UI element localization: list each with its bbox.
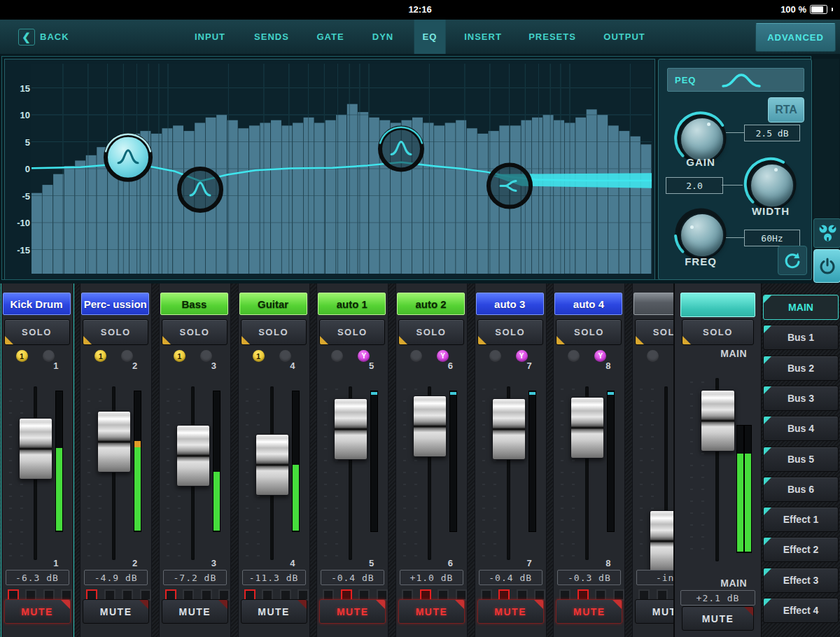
fader-cap[interactable]: [570, 397, 604, 458]
reset-icon: [783, 251, 802, 270]
tab-bus-5[interactable]: Bus 5: [763, 447, 839, 472]
mute-button[interactable]: MUTE: [162, 599, 228, 624]
status-bar: 12:16 100 %: [0, 0, 840, 20]
nav-tab-gate[interactable]: GATE: [308, 20, 352, 54]
mute-button[interactable]: MUTE: [477, 599, 544, 624]
channel-number: 1: [53, 360, 58, 371]
fader-cap[interactable]: [650, 510, 673, 572]
nav-tab-sends[interactable]: SENDS: [246, 20, 298, 54]
tab-effect-1[interactable]: Effect 1: [763, 507, 839, 532]
fader-cap[interactable]: [97, 411, 131, 472]
tab-effect-4[interactable]: Effect 4: [763, 598, 839, 623]
main-mute-button[interactable]: MUTE: [682, 606, 754, 631]
tab-main[interactable]: MAIN: [763, 295, 839, 320]
nav-tab-eq[interactable]: EQ: [414, 20, 446, 54]
solo-button[interactable]: SOLO: [319, 319, 385, 345]
meter-green: [134, 447, 141, 531]
spectrum-bar: [260, 123, 270, 274]
channel-name-label[interactable]: auto 1: [318, 293, 386, 315]
channel-name-label[interactable]: auto 3: [476, 293, 544, 315]
main-fader-cap[interactable]: [701, 390, 735, 451]
back-button[interactable]: ❮ BACK: [18, 20, 69, 54]
solo-button[interactable]: SOLO: [162, 319, 227, 345]
status-dot: [43, 350, 55, 362]
channel-number-bottom: 1: [53, 558, 58, 568]
input-badge: 1: [16, 350, 28, 362]
channel-name-label[interactable]: Perc- ussion: [81, 293, 149, 315]
channel-name-label[interactable]: Kick Drum: [3, 293, 71, 315]
spectrum-bar: [53, 174, 64, 274]
eq-band-handle-2[interactable]: [179, 169, 221, 211]
nav-tab-dyn[interactable]: DYN: [364, 20, 402, 54]
channel-number-bottom: 4: [290, 558, 295, 568]
nav-tab-insert[interactable]: INSERT: [456, 20, 510, 54]
channel-strip-5: auto 1SOLOY55-0.4 dBMUTE: [316, 284, 388, 637]
tab-effect-3[interactable]: Effect 3: [763, 568, 839, 593]
spectrum-bar: [608, 125, 619, 274]
nav-tab-input[interactable]: INPUT: [186, 20, 234, 54]
input-badge: 1: [94, 350, 106, 362]
channel-name-label[interactable]: Guitar: [239, 293, 307, 315]
filter-type-select[interactable]: PEQ: [667, 68, 804, 92]
reset-button[interactable]: [778, 246, 807, 275]
solo-button[interactable]: SOLO: [477, 319, 543, 345]
eq-band-panel: PEQ RTA 2.5 dB GAIN 2.0: [658, 59, 812, 280]
main-solo-button[interactable]: SOLO: [682, 319, 754, 345]
rta-button[interactable]: RTA: [768, 97, 804, 122]
mute-button[interactable]: MUTE: [319, 599, 386, 624]
fader-cap[interactable]: [492, 398, 526, 460]
main-name-label[interactable]: [680, 293, 755, 317]
eq-band-handle-4[interactable]: [489, 165, 531, 207]
mute-button[interactable]: MUTE: [241, 599, 307, 624]
spectrum-bar: [424, 123, 434, 274]
fader-cap[interactable]: [413, 396, 447, 457]
y-axis-label: 0: [8, 164, 30, 174]
solo-button[interactable]: SOLO: [398, 319, 464, 345]
solo-button[interactable]: SOLO: [556, 319, 622, 345]
fader-cap[interactable]: [334, 398, 368, 460]
level-meter: [370, 391, 378, 532]
advanced-button[interactable]: ADVANCED: [755, 23, 836, 52]
fader-cap[interactable]: [176, 425, 210, 486]
spectrum-bar: [347, 104, 358, 274]
solo-button[interactable]: SOLO: [4, 319, 70, 345]
spectrum-bar: [64, 166, 75, 274]
channel-name-label[interactable]: auto 2: [397, 293, 465, 315]
tab-effect-2[interactable]: Effect 2: [763, 537, 839, 562]
channel-number-bottom: 6: [448, 558, 453, 568]
eq-band-handle-1[interactable]: [106, 134, 150, 180]
tab-bus-2[interactable]: Bus 2: [763, 356, 839, 381]
tab-bus-4[interactable]: Bus 4: [763, 416, 839, 441]
gain-readout: -0.4 dB: [321, 570, 384, 585]
power-icon: [818, 257, 836, 275]
channel-name-label[interactable]: auto 4: [554, 293, 622, 315]
solo-button[interactable]: SOLO: [241, 319, 307, 345]
fader-cap[interactable]: [255, 434, 289, 496]
eq-power-button[interactable]: [813, 249, 840, 283]
clock: 12:16: [408, 4, 431, 15]
solo-button[interactable]: SOLO: [83, 319, 148, 345]
channel-name-label[interactable]: [634, 293, 673, 315]
channel-name-label[interactable]: Bass: [160, 293, 228, 315]
gain-value: 2.5 dB: [744, 125, 800, 141]
fader-cap[interactable]: [19, 418, 52, 479]
mute-button[interactable]: MUTE: [556, 599, 622, 624]
status-dot: [647, 350, 659, 362]
solo-button[interactable]: SOLO: [635, 319, 673, 345]
tab-bus-3[interactable]: Bus 3: [763, 386, 839, 411]
band-knobs-icon[interactable]: [813, 218, 840, 248]
channel-number-bottom: 3: [211, 558, 216, 568]
tab-bus-6[interactable]: Bus 6: [763, 477, 839, 502]
eq-plot[interactable]: [31, 64, 652, 274]
spectrum-bar: [249, 125, 260, 274]
tab-bus-1[interactable]: Bus 1: [763, 325, 839, 350]
mute-button[interactable]: MUTE: [83, 599, 149, 624]
mute-button[interactable]: MUTE: [398, 599, 465, 624]
nav-tab-output[interactable]: OUTPUT: [595, 20, 653, 54]
mute-button[interactable]: MUTE: [4, 599, 71, 624]
mute-button[interactable]: MUTE: [635, 599, 673, 624]
nav-tab-presets[interactable]: PRESETS: [520, 20, 584, 54]
spectrum-bar: [434, 125, 444, 274]
eq-band-handle-3[interactable]: [380, 127, 422, 170]
channel-strip-2: Perc- ussionSOLO122-4.9 dBMUTE: [80, 284, 152, 637]
